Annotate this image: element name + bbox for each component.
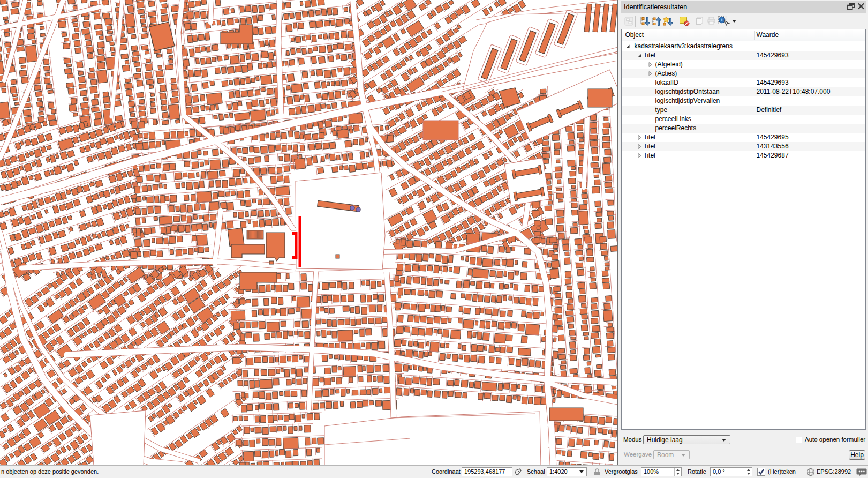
svg-text:i: i [721,17,723,23]
